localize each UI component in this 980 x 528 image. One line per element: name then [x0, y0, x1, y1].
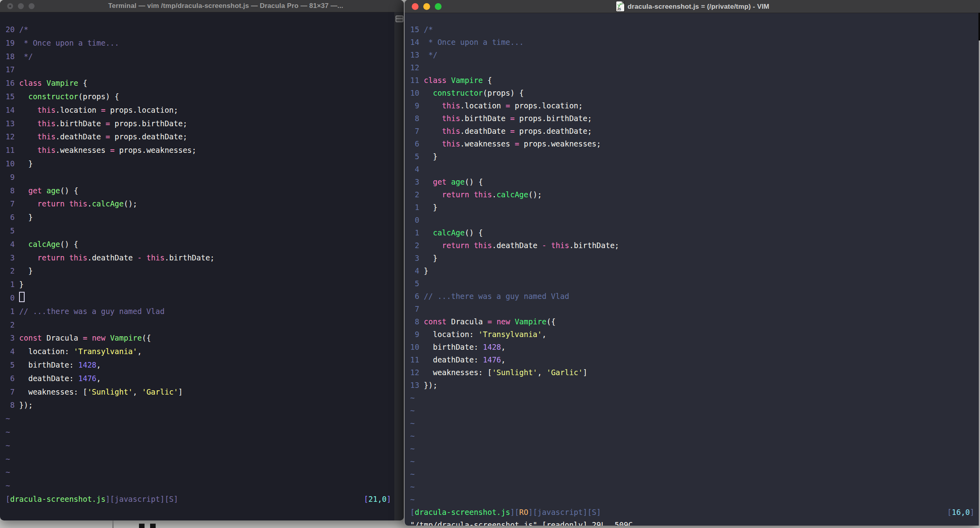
minimize-button[interactable] — [423, 3, 430, 10]
line-number: 13 — [410, 48, 419, 61]
terminal-vim-text-area[interactable]: 20/*19 * Once upon a time...18 */1716cla… — [0, 12, 394, 520]
tilde-line: ~ — [6, 466, 394, 479]
line-number: 6 — [410, 290, 419, 303]
line-number: 5 — [410, 150, 419, 163]
code-line: 3 get age() { — [410, 175, 978, 188]
code-line: 12 this.deathDate = props.deathDate; — [6, 130, 394, 144]
line-number: 0 — [410, 214, 419, 226]
code-line: 15/* — [410, 23, 978, 36]
line-number: 1 — [6, 278, 15, 291]
js-icon-label: JS — [617, 7, 621, 11]
code-line: 7 this.deathDate = props.deathDate; — [410, 125, 978, 137]
code-line: 17 — [6, 63, 394, 77]
line-number: 0 — [6, 291, 15, 305]
line-number: 9 — [410, 99, 419, 112]
code-line: 7 weaknesses: ['Sunlight', 'Garlic'] — [6, 385, 394, 399]
line-number: 8 — [410, 315, 419, 328]
vim-statusline: [dracula-screenshot.js][RO][javascript][… — [410, 506, 978, 518]
code-line: 0 — [410, 214, 978, 226]
vim-cursor — [19, 292, 25, 302]
code-line: 18 */ — [6, 50, 394, 64]
macvim-traffic-lights — [412, 0, 442, 13]
terminal-scrollbar[interactable] — [394, 12, 404, 520]
line-number: 19 — [6, 37, 15, 50]
line-number: 10 — [410, 341, 419, 353]
code-line: 7 — [410, 303, 978, 315]
code-line: 1} — [6, 278, 394, 291]
zoom-button[interactable] — [29, 3, 35, 9]
code-line: 12 — [410, 61, 978, 74]
code-line: 13}); — [410, 379, 978, 391]
code-line: 1 calcAge() { — [410, 226, 978, 239]
tilde-line: ~ — [410, 391, 978, 404]
code-line: 3 return this.deathDate - this.birthDate… — [6, 251, 394, 265]
code-line: 19 * Once upon a time... — [6, 37, 394, 50]
code-line: 5 birthDate: 1428, — [6, 358, 394, 372]
line-number: 4 — [410, 264, 419, 277]
code-line: 2 } — [6, 264, 394, 278]
minimize-button[interactable] — [18, 3, 24, 9]
code-line: 20/* — [6, 23, 394, 37]
code-line: 4 — [410, 163, 978, 175]
terminal-window-title: Terminal — vim /tmp/dracula-screenshot.j… — [108, 2, 343, 10]
line-number: 12 — [410, 61, 419, 74]
line-number: 4 — [6, 345, 15, 358]
code-line: 7 return this.calcAge(); — [6, 197, 394, 211]
line-number: 2 — [6, 318, 15, 332]
close-button[interactable] — [412, 3, 419, 10]
code-line: 11 this.weaknesses = props.weaknesses; — [6, 144, 394, 157]
close-button[interactable] — [7, 3, 13, 9]
code-line: 8const Dracula = new Vampire({ — [410, 315, 978, 328]
line-number: 11 — [6, 144, 15, 157]
code-line: 4 location: 'Transylvania', — [6, 345, 394, 358]
line-number: 7 — [6, 197, 15, 211]
line-number: 3 — [6, 331, 15, 345]
code-line: 1// ...there was a guy named Vlad — [6, 305, 394, 318]
code-line: 10 } — [6, 157, 394, 171]
code-line: 6 } — [6, 211, 394, 224]
code-line: 11 deathDate: 1476, — [410, 353, 978, 366]
split-pane-icon[interactable] — [395, 15, 403, 22]
line-number: 10 — [410, 87, 419, 99]
background-window-divider — [112, 520, 114, 528]
tilde-line: ~ — [6, 453, 394, 466]
line-number: 20 — [6, 23, 15, 37]
line-number: 15 — [410, 23, 419, 36]
code-line: 4 calcAge() { — [6, 238, 394, 251]
line-number: 11 — [410, 353, 419, 366]
line-number: 7 — [6, 385, 15, 399]
code-line: 9 location: 'Transylvania', — [410, 328, 978, 341]
line-number: 14 — [6, 104, 15, 117]
macvim-text-area[interactable]: 15/*14 * Once upon a time...13 */1211cla… — [405, 13, 978, 526]
tilde-line: ~ — [6, 426, 394, 439]
code-line: 9 this.location = props.location; — [410, 99, 978, 112]
zoom-button[interactable] — [435, 3, 442, 10]
line-number: 6 — [6, 211, 15, 224]
code-line: 6// ...there was a guy named Vlad — [410, 290, 978, 303]
tilde-line: ~ — [410, 442, 978, 455]
code-line: 2 return this.calcAge(); — [410, 188, 978, 201]
line-number: 11 — [410, 74, 419, 87]
macvim-title-text: dracula-screenshot.js = (/private/tmp) -… — [628, 2, 770, 10]
background-window-glyph — [150, 524, 156, 528]
code-line: 15 constructor(props) { — [6, 90, 394, 104]
tilde-line: ~ — [6, 479, 394, 493]
line-number: 7 — [410, 125, 419, 137]
background-window-glyph — [139, 524, 145, 528]
close-dot-icon — [9, 5, 11, 7]
line-number: 4 — [6, 238, 15, 251]
line-number: 15 — [6, 90, 15, 104]
terminal-titlebar[interactable]: Terminal — vim /tmp/dracula-screenshot.j… — [0, 0, 404, 12]
line-number: 17 — [6, 63, 15, 77]
code-line: 10 constructor(props) { — [410, 87, 978, 99]
scrollbar-thumb[interactable] — [978, 13, 980, 40]
macvim-titlebar[interactable]: JS dracula-screenshot.js = (/private/tmp… — [405, 0, 980, 13]
code-line: 3 } — [410, 252, 978, 264]
tilde-line: ~ — [6, 412, 394, 426]
line-number: 12 — [410, 366, 419, 379]
vim-command-line: "/tmp/dracula-screenshot.js" [readonly] … — [410, 518, 978, 526]
macvim-window-title: JS dracula-screenshot.js = (/private/tmp… — [616, 2, 770, 12]
code-line: 13 this.birthDate = props.birthDate; — [6, 117, 394, 131]
line-number: 13 — [410, 379, 419, 391]
line-number: 5 — [410, 277, 419, 290]
